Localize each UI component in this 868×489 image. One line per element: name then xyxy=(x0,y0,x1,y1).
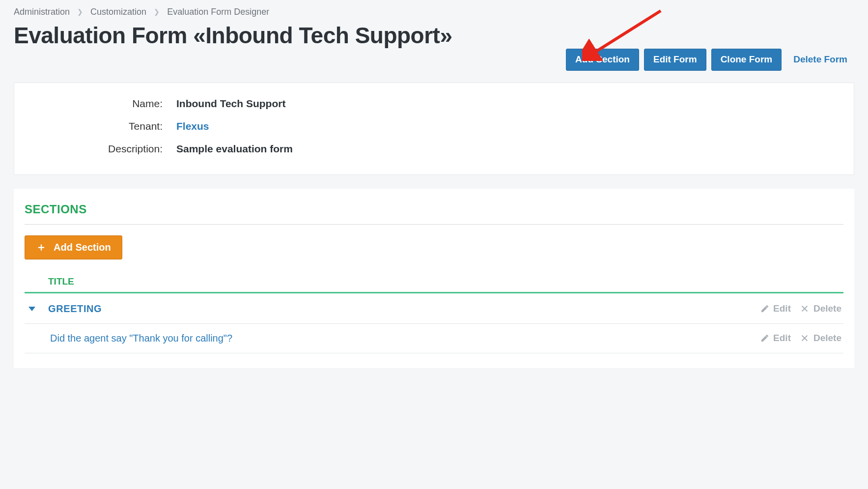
add-section-inline-label: Add Section xyxy=(54,242,111,253)
detail-label-name: Name: xyxy=(24,98,176,110)
breadcrumb: Administration ❯ Customization ❯ Evaluat… xyxy=(14,7,854,17)
section-row-delete[interactable]: Delete xyxy=(801,303,841,314)
section-row-title[interactable]: GREETING xyxy=(48,303,760,315)
detail-value-name: Inbound Tech Support xyxy=(176,98,285,110)
plus-icon: ＋ xyxy=(36,242,47,253)
annotation-arrow-icon xyxy=(582,7,666,61)
caret-down-icon[interactable] xyxy=(28,307,35,311)
breadcrumb-item-customization[interactable]: Customization xyxy=(90,7,146,17)
question-row-edit-label: Edit xyxy=(773,333,791,344)
question-row-edit[interactable]: Edit xyxy=(760,333,791,344)
question-row-delete[interactable]: Delete xyxy=(801,333,841,344)
divider xyxy=(25,224,843,225)
sections-table-header-underline xyxy=(25,292,843,293)
section-row: GREETING Edit Delete xyxy=(25,294,843,324)
sections-panel: SECTIONS ＋ Add Section TITLE GREETING Ed… xyxy=(14,189,854,368)
chevron-right-icon: ❯ xyxy=(154,8,160,16)
form-details-card: Name: Inbound Tech Support Tenant: Flexu… xyxy=(14,83,854,175)
close-icon xyxy=(801,304,810,313)
section-row-delete-label: Delete xyxy=(813,303,841,314)
sections-heading: SECTIONS xyxy=(25,202,843,216)
sections-table-header-title: TITLE xyxy=(25,276,843,292)
close-icon xyxy=(801,334,810,343)
breadcrumb-item-evaluation-form-designer[interactable]: Evaluation Form Designer xyxy=(167,7,269,17)
chevron-right-icon: ❯ xyxy=(77,8,83,16)
svg-line-1 xyxy=(592,11,661,54)
page-title: Evaluation Form «Inbound Tech Support» xyxy=(14,22,452,49)
detail-value-description: Sample evaluation form xyxy=(176,143,293,155)
detail-label-description: Description: xyxy=(24,143,176,155)
detail-label-tenant: Tenant: xyxy=(24,120,176,132)
question-row: Did the agent say "Thank you for calling… xyxy=(25,324,843,353)
question-row-title[interactable]: Did the agent say "Thank you for calling… xyxy=(48,333,760,344)
delete-form-button[interactable]: Delete Form xyxy=(786,49,854,70)
edit-icon xyxy=(760,304,769,313)
section-row-edit[interactable]: Edit xyxy=(760,303,791,314)
clone-form-button[interactable]: Clone Form xyxy=(711,49,782,71)
section-row-edit-label: Edit xyxy=(773,303,791,314)
edit-icon xyxy=(760,334,769,343)
detail-value-tenant[interactable]: Flexus xyxy=(176,120,209,132)
breadcrumb-item-administration[interactable]: Administration xyxy=(14,7,70,17)
add-section-inline-button[interactable]: ＋ Add Section xyxy=(25,235,122,259)
question-row-delete-label: Delete xyxy=(813,333,841,344)
